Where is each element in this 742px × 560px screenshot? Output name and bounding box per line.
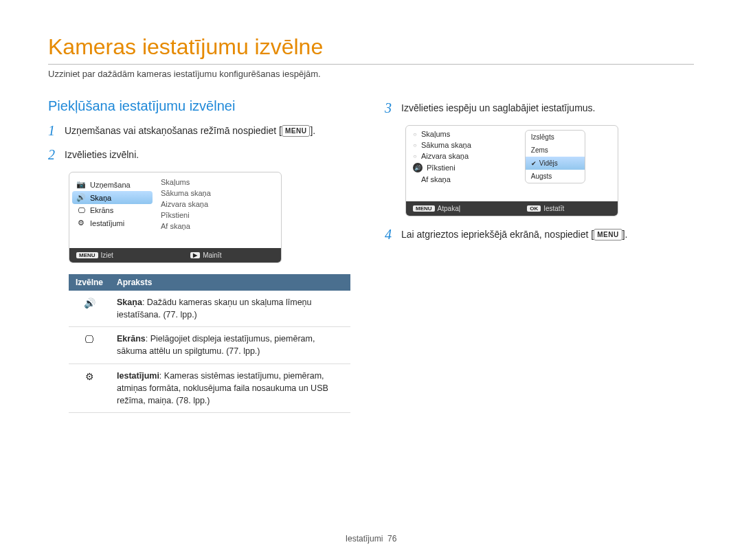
step-number: 3 <box>385 101 394 115</box>
footer-back-label: Atpakaļ <box>438 205 460 212</box>
step-1-after: ]. <box>310 125 315 136</box>
value-option-selected[interactable]: ✔Vidējs <box>526 157 585 170</box>
left-column: Piekļūšana iestatījumu izvēlnei 1 Uzņemš… <box>48 98 357 413</box>
table-head-menu: Izvēlne <box>69 274 110 291</box>
right-column: 3 Izvēlieties iespēju un saglabājiet ies… <box>385 98 694 413</box>
display-icon: 🖵 <box>69 327 110 363</box>
sound-icon: 🔊 <box>413 163 423 172</box>
bullet-icon: ○ <box>413 153 417 159</box>
menu-panel-1: 📷Uzņemšana 🔊Skaņa 🖵Ekrāns ⚙Iestatījumi S… <box>69 172 282 263</box>
menu-item-label: Skaņa <box>90 194 111 202</box>
row-text: : Pielāgojiet displeja iestatījumus, pie… <box>117 334 315 356</box>
step-number: 2 <box>48 148 58 162</box>
step-1: 1 Uzņemšanas vai atskaņošanas režīmā nos… <box>48 124 357 138</box>
section-heading: Piekļūšana iestatījumu izvēlnei <box>48 98 357 114</box>
menu-label-icon: MENU <box>413 205 435 212</box>
gear-icon: ⚙ <box>76 219 86 227</box>
option-row[interactable]: Af skaņa <box>406 174 518 185</box>
menu-item-label: Ekrāns <box>90 206 113 214</box>
arrow-right-icon: ▶ <box>190 252 200 258</box>
option-label: Skaļums <box>421 130 450 138</box>
panel1-menu-list: 📷Uzņemšana 🔊Skaņa 🖵Ekrāns ⚙Iestatījumi <box>69 172 155 248</box>
page-subtitle: Uzziniet par dažādām kameras iestatījumu… <box>48 69 694 79</box>
page-footer: Iestatījumi 76 <box>0 534 742 544</box>
value-dropdown[interactable]: Izslēgts Zems ✔Vidējs Augsts <box>525 130 585 183</box>
step-2-text: Izvēlieties izvēlni. <box>65 148 139 162</box>
sound-icon: 🔊 <box>69 291 110 327</box>
step-number: 1 <box>48 124 58 138</box>
option-label: Pīkstieni <box>427 164 456 172</box>
step-3-text: Izvēlieties iespēju un saglabājiet iesta… <box>401 101 596 115</box>
ok-label-icon: OK <box>527 205 541 212</box>
submenu-item[interactable]: Af skaņa <box>161 222 276 230</box>
panel2-value-area: Izslēgts Zems ✔Vidējs Augsts <box>518 126 618 201</box>
sound-icon: 🔊 <box>76 193 86 202</box>
footer-page-number: 76 <box>387 534 396 544</box>
step-2: 2 Izvēlieties izvēlni. <box>48 148 357 162</box>
gear-icon: ⚙ <box>69 363 110 412</box>
row-title: Ekrāns <box>117 334 146 344</box>
menu-button-icon: MENU <box>282 125 310 137</box>
step-4-after: ]. <box>622 229 628 240</box>
submenu-item[interactable]: Aizvara skaņa <box>161 200 276 208</box>
menu-item-settings[interactable]: ⚙Iestatījumi <box>69 216 155 229</box>
panel1-submenu: Skaļums Sākuma skaņa Aizvara skaņa Pīkst… <box>155 172 281 248</box>
option-row[interactable]: ○Skaļums <box>406 128 518 139</box>
bullet-icon: ○ <box>413 142 417 148</box>
menu-item-label: Uzņemšana <box>90 181 131 189</box>
step-3: 3 Izvēlieties iespēju un saglabājiet ies… <box>385 101 694 115</box>
option-row-selected[interactable]: 🔊Pīkstieni <box>406 161 518 174</box>
table-row: 🖵 Ekrāns: Pielāgojiet displeja iestatīju… <box>69 327 350 363</box>
option-label: Af skaņa <box>421 175 451 183</box>
value-option[interactable]: Augsts <box>526 170 585 183</box>
row-title: Iestatījumi <box>117 371 159 381</box>
menu-item-sound[interactable]: 🔊Skaņa <box>72 191 153 204</box>
check-icon: ✔ <box>531 160 537 167</box>
option-row[interactable]: ○Aizvara skaņa <box>406 150 518 161</box>
table-row: 🔊 Skaņa: Dažādu kameras skaņu un skaļuma… <box>69 291 350 327</box>
step-4-text: Lai atgrieztos iepriekšējā ekrānā, nospi… <box>401 229 594 240</box>
value-label: Vidējs <box>539 159 558 167</box>
menu-item-display[interactable]: 🖵Ekrāns <box>69 204 155 216</box>
footer-change-label: Mainīt <box>203 251 221 259</box>
row-title: Skaņa <box>117 298 142 307</box>
option-label: Aizvara skaņa <box>421 152 469 160</box>
menu-item-shooting[interactable]: 📷Uzņemšana <box>69 178 155 191</box>
option-label: Sākuma skaņa <box>421 141 471 149</box>
menu-panel-2: ○Skaļums ○Sākuma skaņa ○Aizvara skaņa 🔊P… <box>405 125 618 216</box>
step-4: 4 Lai atgrieztos iepriekšējā ekrānā, nos… <box>385 227 694 242</box>
menu-button-icon: MENU <box>594 229 622 240</box>
table-head-desc: Apraksts <box>110 274 350 291</box>
footer-exit-label: Iziet <box>101 251 113 259</box>
panel1-footer: MENUIziet ▶Mainīt <box>69 248 281 262</box>
submenu-item[interactable]: Pīkstieni <box>161 211 276 219</box>
value-option[interactable]: Izslēgts <box>526 131 585 144</box>
menu-item-label: Iestatījumi <box>90 219 124 227</box>
table-row: ⚙ Iestatījumi: Kameras sistēmas iestatīj… <box>69 363 350 412</box>
description-table: Izvēlne Apraksts 🔊 Skaņa: Dažādu kameras… <box>69 274 350 413</box>
camera-icon: 📷 <box>76 180 86 189</box>
step-number: 4 <box>385 227 394 242</box>
submenu-item[interactable]: Skaļums <box>161 178 276 186</box>
page-title: Kameras iestatījumu izvēlne <box>48 34 694 65</box>
step-1-text: Uzņemšanas vai atskaņošanas režīmā nospi… <box>65 125 282 136</box>
value-option[interactable]: Zems <box>526 144 585 157</box>
footer-set-label: Iestatīt <box>543 205 564 212</box>
bullet-icon: ○ <box>413 131 417 137</box>
menu-label-icon: MENU <box>76 252 98 258</box>
panel2-footer: MENUAtpakaļ OKIestatīt <box>406 201 618 216</box>
display-icon: 🖵 <box>76 206 86 214</box>
row-text: : Dažādu kameras skaņu un skaļuma līmeņu… <box>117 298 312 320</box>
panel2-option-list: ○Skaļums ○Sākuma skaņa ○Aizvara skaņa 🔊P… <box>406 126 518 201</box>
footer-section: Iestatījumi <box>346 534 383 544</box>
submenu-item[interactable]: Sākuma skaņa <box>161 189 276 197</box>
option-row[interactable]: ○Sākuma skaņa <box>406 139 518 150</box>
